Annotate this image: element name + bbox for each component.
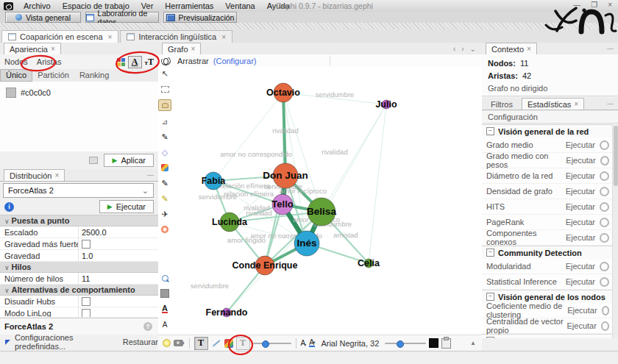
layout-section-header[interactable]: ∨Hilos — [0, 262, 158, 273]
checkbox[interactable] — [82, 297, 90, 306]
help-icon[interactable] — [600, 218, 609, 227]
scrollbar-thumb[interactable] — [614, 126, 618, 186]
close-icon[interactable]: × — [108, 33, 113, 41]
tab-apariencia[interactable]: Apariencia× — [4, 43, 61, 54]
tab-contexto[interactable]: Contexto× — [486, 43, 537, 54]
run-stat-button[interactable]: Ejecutar — [566, 187, 595, 196]
help-icon[interactable] — [600, 233, 609, 243]
tab-unico[interactable]: Único — [0, 69, 32, 82]
help-icon[interactable] — [600, 277, 609, 287]
edge-display-toggle[interactable] — [211, 338, 221, 349]
stats-config-bar[interactable]: Configuración — [482, 111, 618, 124]
run-stat-button[interactable]: Ejecutar — [567, 321, 597, 330]
run-stat-button[interactable]: Ejecutar — [567, 306, 597, 315]
tab-scroll-right-icon[interactable]: › — [461, 45, 464, 53]
label-size-icon[interactable]: тT — [145, 57, 154, 68]
edge-weight-slider[interactable] — [253, 338, 291, 349]
perspective-button-3[interactable]: Previsualización — [163, 12, 237, 23]
run-stat-button[interactable]: Ejecutar — [566, 277, 595, 286]
minimize-panel-icon[interactable]: — — [147, 171, 154, 179]
lasso-tool-icon[interactable] — [159, 116, 171, 126]
property-value[interactable] — [78, 307, 158, 317]
configure-link[interactable]: (Configurar) — [213, 57, 257, 65]
menu-herramientas[interactable]: Herramientas — [159, 1, 219, 12]
apply-button[interactable]: ▶ Aplicar — [104, 154, 154, 167]
restore-link[interactable]: Restaurar — [123, 338, 158, 346]
screenshot-button[interactable]: ▾ — [174, 340, 185, 346]
help-icon[interactable] — [600, 156, 609, 165]
tab-scroll-left-icon[interactable]: ‹ — [453, 45, 455, 53]
help-icon[interactable] — [600, 202, 609, 212]
lightbulb-icon[interactable] — [163, 339, 171, 347]
property-value[interactable] — [78, 296, 158, 307]
graph-canvas[interactable]: servidumbrerivalidadrivalidadamor no cor… — [158, 67, 482, 335]
edge-color-mode-icon[interactable] — [224, 339, 233, 348]
close-icon[interactable]: × — [574, 100, 578, 108]
close-icon[interactable]: × — [221, 33, 226, 41]
layout-section-header[interactable]: ∨Alternativas de comportamiento — [0, 285, 158, 296]
close-icon[interactable]: × — [527, 45, 531, 53]
tab-distribucion[interactable]: Distribución× — [4, 169, 65, 181]
label-size-slider[interactable] — [385, 338, 426, 349]
tab-particion[interactable]: Partición — [32, 70, 74, 81]
run-stat-button[interactable]: Ejecutar — [566, 140, 595, 149]
run-stat-button[interactable]: Ejecutar — [566, 202, 595, 211]
zoom-tool-icon[interactable] — [159, 273, 171, 283]
run-stat-button[interactable]: Ejecutar — [566, 156, 595, 165]
checkbox[interactable] — [82, 240, 90, 249]
sizer-tool-icon[interactable] — [159, 147, 171, 157]
network-graph[interactable]: servidumbrerivalidadrivalidadamor no cor… — [158, 67, 482, 335]
minimize-panel-icon[interactable]: — — [607, 100, 614, 107]
minimize-panel-icon[interactable]: — — [607, 45, 614, 52]
stats-section-header[interactable]: −Visión general de la red — [482, 124, 612, 138]
label-color-tool-icon[interactable] — [159, 304, 171, 314]
help-icon[interactable] — [600, 171, 609, 181]
help-icon[interactable]: ? — [143, 322, 152, 331]
run-stat-button[interactable]: Ejecutar — [566, 218, 595, 226]
checkbox[interactable] — [82, 309, 90, 318]
font-label[interactable]: Arial Negrita, 32 — [321, 339, 379, 348]
edge-color-swatch[interactable] — [6, 88, 16, 98]
background-color-tool-icon[interactable] — [159, 288, 171, 299]
color-palette-icon[interactable] — [117, 58, 125, 66]
run-stat-button[interactable]: Ejecutar — [566, 233, 595, 242]
rect-select-tool-icon[interactable] — [159, 84, 171, 94]
help-icon[interactable] — [601, 321, 609, 331]
presets-link[interactable]: Configuraciones predefinidas... — [15, 333, 118, 351]
stats-section-header[interactable]: −Community Detection — [482, 246, 612, 259]
tab-list-icon[interactable]: ⌄ — [470, 45, 476, 53]
run-layout-button[interactable]: ▶ Ejecutar — [99, 200, 154, 213]
tab-ranking[interactable]: Ranking — [74, 70, 114, 81]
close-icon[interactable]: × — [608, 1, 612, 9]
color-brush-tool-icon[interactable] — [159, 163, 171, 173]
menu-archivo[interactable]: Archivo — [18, 1, 57, 12]
layout-section-header[interactable]: ∨Puesta a punto — [0, 215, 158, 226]
close-icon[interactable]: × — [191, 45, 196, 53]
scrollbar[interactable] — [612, 124, 618, 338]
close-icon[interactable]: × — [51, 45, 55, 53]
workspace-tab[interactable]: Interacción lingüística× — [120, 30, 232, 43]
help-icon[interactable] — [600, 187, 609, 196]
property-value[interactable]: 1.0 — [78, 250, 158, 261]
node-labels-toggle[interactable]: T — [194, 337, 208, 350]
help-icon[interactable] — [600, 140, 609, 150]
node-pencil-tool-icon[interactable] — [159, 178, 171, 188]
select-tool-icon[interactable] — [159, 68, 171, 79]
info-icon[interactable]: i — [4, 202, 14, 212]
drag-tool-icon[interactable] — [158, 99, 171, 111]
brush-tool-icon[interactable] — [159, 132, 171, 142]
workspace-tab[interactable]: Coaparición en escena× — [1, 30, 118, 43]
perspective-button-1[interactable]: Vista general — [5, 12, 81, 23]
menu-ventana[interactable]: Ventana — [219, 1, 260, 12]
run-stat-button[interactable]: Ejecutar — [566, 262, 595, 271]
help-icon[interactable] — [600, 262, 609, 271]
tab-aristas[interactable]: Aristas — [32, 57, 66, 66]
heatmap-tool-icon[interactable] — [159, 224, 171, 235]
minimize-icon[interactable]: — — [573, 1, 580, 9]
restore-icon[interactable]: ❐ — [591, 1, 597, 9]
tab-estadisticas[interactable]: Estadísticas× — [522, 98, 584, 110]
splitter-icon[interactable] — [89, 157, 98, 164]
label-color-icon[interactable]: A — [128, 56, 142, 68]
expand-icon[interactable]: ▲ — [470, 340, 476, 346]
perspective-button-2[interactable]: Laboratorio de datos — [85, 12, 159, 23]
